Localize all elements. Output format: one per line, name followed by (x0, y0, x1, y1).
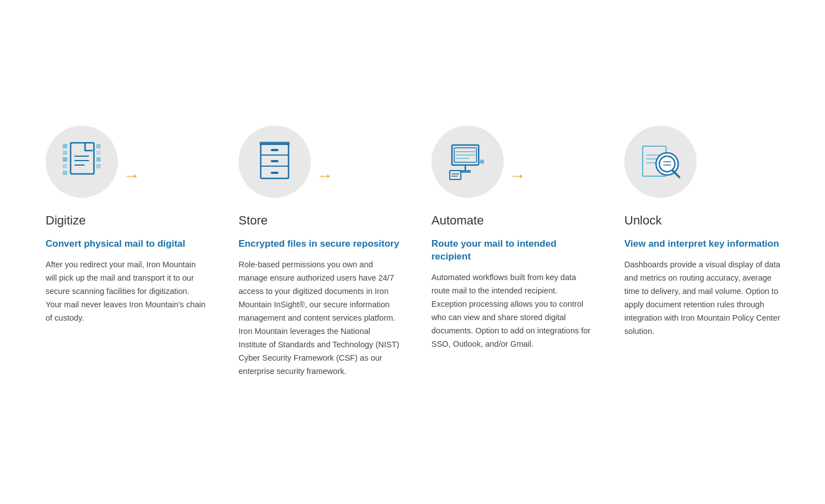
column-store: → Store Encrypted files in secure reposi… (223, 126, 416, 378)
column-unlock: Unlock View and interpret key informatio… (609, 126, 802, 338)
svg-rect-17 (271, 160, 279, 162)
arrow-after-digitize: → (118, 138, 140, 185)
column-automate: → Automate Route your mail to intended r… (416, 126, 609, 351)
column-header-automate: → (431, 126, 593, 198)
store-icon (255, 139, 294, 184)
column-header-digitize: → (46, 126, 207, 198)
digitize-heading: Convert physical mail to digital (46, 238, 207, 251)
automate-body: Automated workflows built from key data … (431, 271, 593, 351)
svg-rect-12 (96, 164, 101, 168)
icon-circle-unlock (624, 126, 697, 198)
svg-rect-7 (63, 164, 67, 168)
svg-rect-15 (271, 149, 279, 151)
unlock-icon (638, 139, 683, 184)
digitize-title: Digitize (46, 213, 207, 228)
columns-container: → Digitize Convert physical mail to digi… (23, 126, 802, 378)
page-wrapper: → Digitize Convert physical mail to digi… (23, 126, 802, 378)
svg-rect-0 (71, 143, 94, 174)
store-title: Store (238, 213, 400, 228)
svg-rect-4 (63, 144, 67, 148)
icon-circle-automate (431, 126, 504, 198)
column-header-unlock (624, 126, 786, 198)
svg-rect-20 (260, 142, 290, 145)
column-header-store: → (238, 126, 400, 198)
svg-rect-10 (96, 151, 101, 155)
icon-circle-store (238, 126, 311, 198)
store-body: Role-based permissions you own and manag… (238, 258, 400, 378)
svg-rect-6 (63, 157, 67, 162)
store-heading: Encrypted files in secure repository (238, 238, 400, 251)
automate-icon (445, 139, 490, 184)
automate-heading: Route your mail to intended recipient (431, 238, 593, 263)
svg-rect-5 (63, 151, 67, 155)
unlock-title: Unlock (624, 213, 786, 228)
automate-title: Automate (431, 213, 593, 228)
unlock-body: Dashboards provide a visual display of d… (624, 258, 786, 338)
svg-rect-9 (96, 144, 101, 148)
icon-circle-digitize (46, 126, 118, 198)
unlock-heading: View and interpret key information (624, 238, 786, 251)
svg-point-31 (480, 159, 484, 164)
arrow-after-store: → (311, 138, 333, 185)
digitize-body: After you redirect your mail, Iron Mount… (46, 258, 207, 325)
svg-rect-11 (96, 157, 101, 162)
digitize-icon (59, 138, 104, 186)
svg-rect-19 (271, 172, 279, 174)
column-digitize: → Digitize Convert physical mail to digi… (23, 126, 223, 325)
svg-rect-8 (63, 171, 67, 175)
svg-rect-28 (450, 171, 461, 179)
arrow-after-automate: → (504, 138, 526, 185)
